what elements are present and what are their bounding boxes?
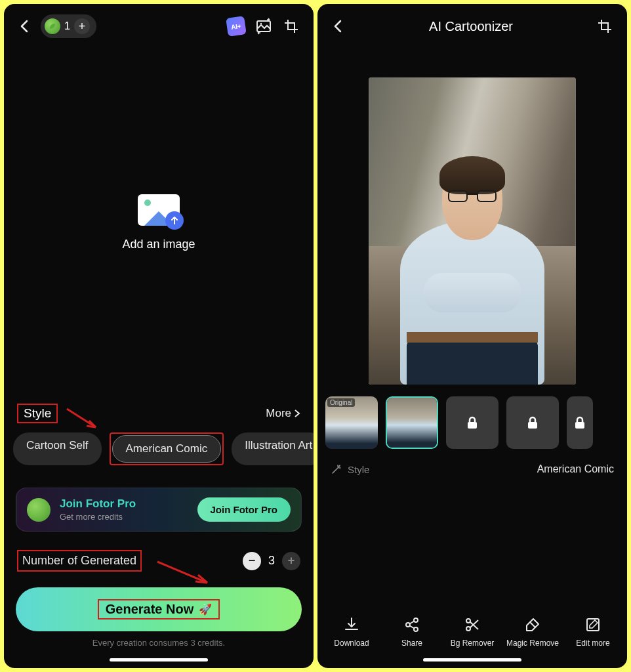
arrow-left-icon bbox=[331, 18, 346, 34]
history-button[interactable] bbox=[594, 16, 615, 37]
history-button[interactable] bbox=[281, 16, 302, 37]
decrement-button[interactable]: − bbox=[243, 552, 261, 570]
bottom-actions: Download Share Bg Remover Magic Remove E… bbox=[317, 606, 627, 652]
crop-icon bbox=[596, 18, 613, 35]
thumb-locked-1[interactable] bbox=[446, 396, 499, 449]
home-indicator bbox=[423, 658, 521, 662]
annotation-arrow-icon bbox=[155, 559, 214, 588]
crop-icon bbox=[283, 18, 300, 35]
back-button[interactable] bbox=[16, 17, 34, 35]
style-section-label: Style bbox=[24, 406, 51, 420]
arrow-left-icon bbox=[17, 18, 33, 34]
style-row: Cartoon Self American Comic Illustration… bbox=[4, 432, 314, 477]
download-button[interactable]: Download bbox=[321, 616, 382, 648]
rocket-icon: 🚀 bbox=[199, 603, 212, 616]
chevron-right-icon bbox=[294, 409, 300, 418]
svg-point-5 bbox=[406, 623, 410, 627]
gallery-button[interactable] bbox=[253, 16, 274, 37]
svg-point-6 bbox=[414, 618, 418, 622]
leaf-icon bbox=[45, 18, 60, 34]
share-button[interactable]: Share bbox=[382, 616, 442, 648]
style-info-label: Style bbox=[348, 464, 369, 475]
style-cartoon-self[interactable]: Cartoon Self bbox=[13, 432, 102, 465]
svg-point-1 bbox=[260, 23, 262, 24]
more-label: More bbox=[266, 407, 291, 420]
upload-area[interactable]: Add an image bbox=[4, 49, 314, 397]
ai-badge-icon: AI+ bbox=[226, 16, 247, 37]
wand-icon bbox=[331, 463, 342, 475]
result-preview[interactable] bbox=[369, 77, 576, 385]
style-info-row: Style American Comic bbox=[317, 449, 627, 475]
thumbnail-row: Original bbox=[317, 385, 627, 449]
pro-title: Join Fotor Pro bbox=[60, 497, 188, 511]
pro-banner: Join Fotor Pro Get more credits Join Fot… bbox=[16, 488, 302, 532]
left-header: 1 + AI+ bbox=[4, 4, 314, 49]
left-panel: 1 + AI+ Add an image Style More bbox=[4, 4, 314, 668]
add-credits-button[interactable]: + bbox=[74, 18, 90, 34]
upload-arrow-icon bbox=[165, 211, 184, 230]
credits-note: Every creation consumes 3 credits. bbox=[4, 635, 314, 654]
lock-icon bbox=[572, 415, 588, 430]
share-icon bbox=[403, 616, 420, 633]
ai-effects-button[interactable]: AI+ bbox=[226, 16, 247, 37]
eraser-icon bbox=[524, 616, 541, 633]
leaf-icon bbox=[27, 498, 51, 522]
join-pro-button[interactable]: Join Fotor Pro bbox=[197, 497, 291, 522]
svg-rect-10 bbox=[587, 619, 599, 631]
num-value: 3 bbox=[266, 554, 277, 568]
thumb-locked-2[interactable] bbox=[506, 396, 559, 449]
style-illustration-art[interactable]: Illustration Art bbox=[232, 432, 314, 465]
edit-icon bbox=[584, 616, 601, 633]
svg-rect-4 bbox=[575, 422, 584, 429]
style-section-header: Style More bbox=[4, 397, 314, 432]
thumb-label: Original bbox=[327, 398, 355, 407]
magic-remove-button[interactable]: Magic Remove bbox=[502, 616, 563, 648]
home-indicator bbox=[110, 658, 208, 662]
thumb-original[interactable]: Original bbox=[325, 396, 378, 449]
lock-icon bbox=[464, 415, 480, 430]
bg-remover-button[interactable]: Bg Remover bbox=[442, 616, 502, 648]
download-icon bbox=[343, 616, 360, 633]
svg-rect-2 bbox=[468, 422, 477, 429]
scissors-icon bbox=[464, 616, 481, 633]
image-swap-icon bbox=[255, 18, 272, 35]
edit-more-button[interactable]: Edit more bbox=[563, 616, 623, 648]
annotation-arrow-icon bbox=[64, 406, 102, 432]
lock-icon bbox=[525, 415, 540, 430]
pro-subtitle: Get more credits bbox=[60, 512, 188, 522]
thumb-result-1[interactable] bbox=[386, 396, 438, 449]
thumb-locked-3[interactable] bbox=[567, 396, 593, 449]
num-generated-label: Number of Generated bbox=[18, 551, 140, 570]
credit-count: 1 bbox=[64, 20, 70, 32]
svg-point-7 bbox=[414, 627, 418, 631]
person-illustration bbox=[369, 77, 576, 385]
svg-rect-3 bbox=[528, 422, 537, 429]
style-info-value: American Comic bbox=[537, 463, 614, 475]
number-generated-row: Number of Generated − 3 + bbox=[4, 532, 314, 579]
page-title: AI Cartoonizer bbox=[429, 19, 513, 34]
generate-label: Generate Now bbox=[106, 602, 193, 617]
right-panel: AI Cartoonizer Original bbox=[317, 4, 627, 668]
style-american-comic[interactable]: American Comic bbox=[112, 435, 222, 463]
more-styles-button[interactable]: More bbox=[266, 407, 300, 420]
right-header: AI Cartoonizer bbox=[317, 4, 627, 49]
upload-label: Add an image bbox=[122, 238, 195, 251]
credit-pill[interactable]: 1 + bbox=[41, 14, 96, 38]
increment-button[interactable]: + bbox=[282, 552, 300, 570]
quantity-stepper: − 3 + bbox=[243, 552, 300, 570]
back-button[interactable] bbox=[329, 17, 348, 35]
generate-button[interactable]: Generate Now 🚀 bbox=[16, 587, 302, 631]
annotation-box: American Comic bbox=[110, 432, 224, 465]
